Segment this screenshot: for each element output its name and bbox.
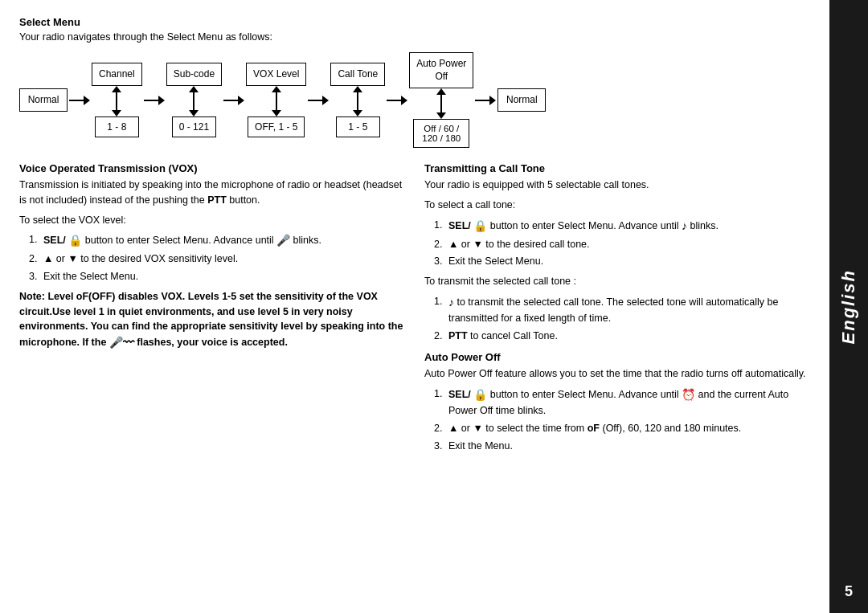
flow-box-calltone: Call Tone: [330, 63, 385, 87]
music-icon: ♪: [682, 218, 687, 235]
call-tone-step5: 2. PTT to cancel Call Tone.: [434, 329, 810, 344]
vox-step3: 3. Exit the Select Menu.: [29, 269, 405, 284]
page-number: 5: [829, 583, 868, 600]
flow-box-apo: Auto PowerOff: [409, 52, 473, 88]
vox-section: Voice Operated Transmission (VOX) Transm…: [19, 162, 405, 351]
flow-item-apo: Auto PowerOff Off / 60 /120 / 180: [409, 52, 473, 148]
flow-item-vox: VOX Level OFF, 1 - 5: [246, 63, 306, 138]
mic-icon: 🎤: [276, 232, 290, 249]
vox-step1: 1. SEL/ 🔒 button to enter Select Menu. A…: [29, 232, 405, 249]
flow-item-subcode: Sub-code 0 - 121: [166, 63, 222, 138]
connector-apo: [436, 88, 446, 119]
flow-item-channel: Channel 1 - 8: [92, 63, 142, 138]
call-tone-para3: To transmit the selected call tone :: [424, 274, 810, 289]
vline-calltone: [357, 92, 358, 110]
arrow-6: [475, 96, 496, 105]
sidebar: English 5: [829, 0, 868, 613]
flow-box-subcode: Sub-code: [166, 63, 222, 87]
lock-icon: 🔒: [68, 232, 82, 249]
page-container: Select Menu Your radio navigates through…: [0, 0, 868, 613]
lock-icon-3: 🔒: [473, 386, 487, 403]
vox-note: Note: Level oF(OFF) disables VOX. Levels…: [19, 289, 405, 351]
sub-box-subcode: 0 - 121: [172, 116, 216, 137]
arrow-up-vox: [272, 86, 281, 92]
wave-icon: 〰: [123, 334, 134, 351]
arrow-up-subcode: [189, 86, 199, 92]
call-tone-section: Transmitting a Call Tone Your radio is e…: [424, 162, 810, 343]
vox-title: Voice Operated Transmission (VOX): [19, 162, 405, 174]
call-tone-para1: Your radio is equipped with 5 selectable…: [424, 178, 810, 193]
arrow-up-channel: [112, 86, 121, 92]
auto-power-step3: 3. Exit the Menu.: [434, 439, 810, 454]
flow-diagram: Normal Channel 1 - 8: [19, 52, 810, 148]
vline-subcode: [193, 92, 194, 110]
arrow-5: [387, 96, 407, 105]
lock-icon-2: 🔒: [473, 218, 487, 235]
arrow-up-apo: [436, 88, 446, 95]
arrow-2: [144, 96, 165, 105]
sub-box-apo: Off / 60 /120 / 180: [413, 119, 469, 148]
flow-box-normal-start: Normal: [19, 88, 68, 112]
auto-power-step2: 2. ▲ or ▼ to select the time from oF (Of…: [434, 421, 810, 436]
two-column-content: Voice Operated Transmission (VOX) Transm…: [19, 162, 810, 458]
vox-para1: Transmission is initiated by speaking in…: [19, 178, 405, 208]
call-tone-para2: To select a call tone:: [424, 198, 810, 213]
flow-box-normal-end: Normal: [497, 88, 546, 112]
call-tone-step1: 1. SEL/ 🔒 button to enter Select Menu. A…: [434, 218, 810, 235]
sub-box-channel: 1 - 8: [95, 116, 139, 137]
right-column: Transmitting a Call Tone Your radio is e…: [424, 162, 810, 458]
flow-box-channel: Channel: [92, 63, 142, 87]
connector-channel: [112, 86, 121, 116]
vline-channel: [116, 92, 117, 110]
call-tone-title: Transmitting a Call Tone: [424, 162, 810, 174]
connector-vox: [272, 86, 281, 116]
vline-apo: [440, 95, 442, 112]
main-content: Select Menu Your radio navigates through…: [0, 0, 829, 613]
auto-power-section: Auto Power Off Auto Power Off feature al…: [424, 351, 810, 453]
sidebar-label: English: [838, 269, 859, 344]
auto-power-step1: 1. SEL/ 🔒 button to enter Select Menu. A…: [434, 386, 810, 419]
auto-power-steps: 1. SEL/ 🔒 button to enter Select Menu. A…: [434, 386, 810, 453]
mic-flash-icon: 🎤: [109, 334, 123, 351]
call-tone-steps: 1. SEL/ 🔒 button to enter Select Menu. A…: [434, 218, 810, 270]
vox-para2: To select the VOX level:: [19, 213, 405, 228]
select-menu-title: Select Menu: [19, 16, 810, 28]
arrow-4: [308, 96, 329, 105]
select-menu-section: Select Menu Your radio navigates through…: [19, 16, 810, 148]
arrow-down-apo: [436, 112, 446, 119]
flow-box-vox: VOX Level: [246, 63, 306, 87]
arrow-3: [223, 96, 244, 105]
auto-power-title: Auto Power Off: [424, 351, 810, 363]
call-tone-step4: 1. ♪ to transmit the selected call tone.…: [434, 294, 810, 326]
call-tone-step3: 3. Exit the Select Menu.: [434, 254, 810, 269]
connector-subcode: [189, 86, 199, 116]
vox-steps: 1. SEL/ 🔒 button to enter Select Menu. A…: [29, 232, 405, 284]
arrow-1: [69, 96, 90, 105]
flow-item-calltone: Call Tone 1 - 5: [330, 63, 385, 138]
arrow-down-subcode: [189, 110, 199, 116]
arrow-up-calltone: [353, 86, 362, 92]
auto-power-para1: Auto Power Off feature allows you to set…: [424, 366, 810, 382]
sub-box-vox: OFF, 1 - 5: [248, 116, 305, 137]
arrow-down-calltone: [353, 110, 362, 116]
call-tone-step2: 2. ▲ or ▼ to the desired call tone.: [434, 237, 810, 252]
flow-item-normal-start: Normal: [19, 88, 68, 112]
sub-box-calltone: 1 - 5: [336, 116, 380, 137]
left-column: Voice Operated Transmission (VOX) Transm…: [19, 162, 405, 458]
select-menu-desc: Your radio navigates through the Select …: [19, 31, 810, 43]
arrow-down-vox: [272, 110, 281, 116]
vox-step2: 2. ▲ or ▼ to the desired VOX sensitivity…: [29, 251, 405, 267]
flow-item-normal-end: Normal: [497, 88, 546, 112]
vline-vox: [276, 92, 277, 110]
music-icon-2: ♪: [448, 294, 454, 311]
connector-calltone: [353, 86, 362, 116]
call-tone-steps2: 1. ♪ to transmit the selected call tone.…: [434, 294, 810, 344]
arrow-down-channel: [112, 110, 121, 116]
clock-icon: ⏰: [682, 386, 695, 403]
